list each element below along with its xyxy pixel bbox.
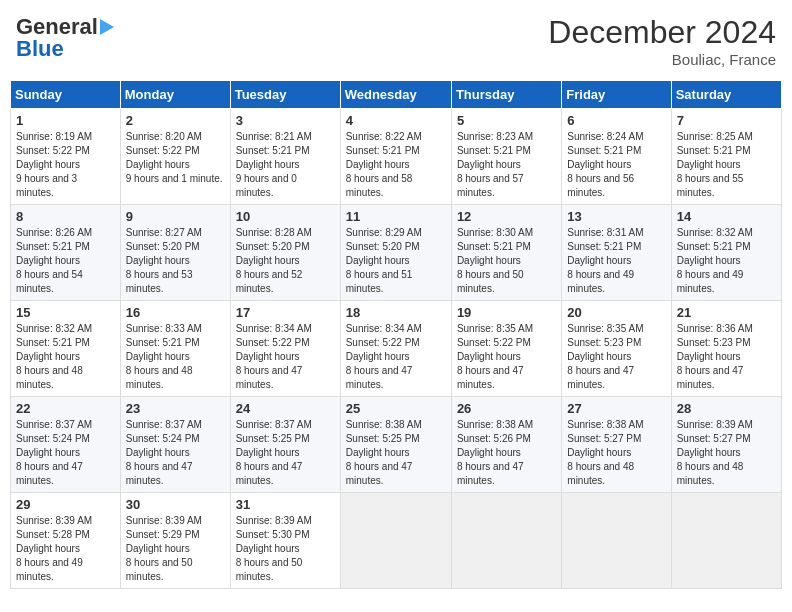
day-info: Sunrise: 8:34 AMSunset: 5:22 PMDaylight … xyxy=(346,322,446,392)
day-info: Sunrise: 8:38 AMSunset: 5:27 PMDaylight … xyxy=(567,418,665,488)
calendar-cell xyxy=(340,493,451,589)
calendar-cell: 14Sunrise: 8:32 AMSunset: 5:21 PMDayligh… xyxy=(671,205,781,301)
day-number: 5 xyxy=(457,113,556,128)
day-number: 22 xyxy=(16,401,115,416)
col-header-tuesday: Tuesday xyxy=(230,81,340,109)
day-number: 16 xyxy=(126,305,225,320)
day-number: 26 xyxy=(457,401,556,416)
day-info: Sunrise: 8:25 AMSunset: 5:21 PMDaylight … xyxy=(677,130,776,200)
calendar-week-row: 8Sunrise: 8:26 AMSunset: 5:21 PMDaylight… xyxy=(11,205,782,301)
col-header-sunday: Sunday xyxy=(11,81,121,109)
calendar-title: December 2024 xyxy=(548,14,776,51)
calendar-cell: 3Sunrise: 8:21 AMSunset: 5:21 PMDaylight… xyxy=(230,109,340,205)
calendar-cell: 8Sunrise: 8:26 AMSunset: 5:21 PMDaylight… xyxy=(11,205,121,301)
day-info: Sunrise: 8:23 AMSunset: 5:21 PMDaylight … xyxy=(457,130,556,200)
header: General Blue December 2024 Bouliac, Fran… xyxy=(10,10,782,72)
day-number: 28 xyxy=(677,401,776,416)
logo: General Blue xyxy=(16,14,114,62)
day-info: Sunrise: 8:34 AMSunset: 5:22 PMDaylight … xyxy=(236,322,335,392)
day-number: 7 xyxy=(677,113,776,128)
day-info: Sunrise: 8:19 AMSunset: 5:22 PMDaylight … xyxy=(16,130,115,200)
col-header-saturday: Saturday xyxy=(671,81,781,109)
day-info: Sunrise: 8:38 AMSunset: 5:25 PMDaylight … xyxy=(346,418,446,488)
calendar-cell: 15Sunrise: 8:32 AMSunset: 5:21 PMDayligh… xyxy=(11,301,121,397)
calendar-cell: 7Sunrise: 8:25 AMSunset: 5:21 PMDaylight… xyxy=(671,109,781,205)
calendar-cell: 23Sunrise: 8:37 AMSunset: 5:24 PMDayligh… xyxy=(120,397,230,493)
day-info: Sunrise: 8:36 AMSunset: 5:23 PMDaylight … xyxy=(677,322,776,392)
day-info: Sunrise: 8:26 AMSunset: 5:21 PMDaylight … xyxy=(16,226,115,296)
calendar-cell: 27Sunrise: 8:38 AMSunset: 5:27 PMDayligh… xyxy=(562,397,671,493)
day-number: 19 xyxy=(457,305,556,320)
logo-blue: Blue xyxy=(16,36,64,62)
day-number: 20 xyxy=(567,305,665,320)
day-number: 27 xyxy=(567,401,665,416)
calendar-cell: 19Sunrise: 8:35 AMSunset: 5:22 PMDayligh… xyxy=(451,301,561,397)
day-number: 14 xyxy=(677,209,776,224)
day-info: Sunrise: 8:38 AMSunset: 5:26 PMDaylight … xyxy=(457,418,556,488)
day-number: 13 xyxy=(567,209,665,224)
calendar-cell: 20Sunrise: 8:35 AMSunset: 5:23 PMDayligh… xyxy=(562,301,671,397)
calendar-cell: 4Sunrise: 8:22 AMSunset: 5:21 PMDaylight… xyxy=(340,109,451,205)
day-number: 18 xyxy=(346,305,446,320)
calendar-cell: 11Sunrise: 8:29 AMSunset: 5:20 PMDayligh… xyxy=(340,205,451,301)
calendar-header-row: SundayMondayTuesdayWednesdayThursdayFrid… xyxy=(11,81,782,109)
day-info: Sunrise: 8:21 AMSunset: 5:21 PMDaylight … xyxy=(236,130,335,200)
day-info: Sunrise: 8:39 AMSunset: 5:28 PMDaylight … xyxy=(16,514,115,584)
calendar-cell: 1Sunrise: 8:19 AMSunset: 5:22 PMDaylight… xyxy=(11,109,121,205)
day-number: 10 xyxy=(236,209,335,224)
day-number: 9 xyxy=(126,209,225,224)
day-number: 29 xyxy=(16,497,115,512)
calendar-cell: 28Sunrise: 8:39 AMSunset: 5:27 PMDayligh… xyxy=(671,397,781,493)
day-number: 23 xyxy=(126,401,225,416)
day-number: 12 xyxy=(457,209,556,224)
calendar-cell: 10Sunrise: 8:28 AMSunset: 5:20 PMDayligh… xyxy=(230,205,340,301)
day-number: 30 xyxy=(126,497,225,512)
day-number: 24 xyxy=(236,401,335,416)
day-number: 11 xyxy=(346,209,446,224)
day-info: Sunrise: 8:33 AMSunset: 5:21 PMDaylight … xyxy=(126,322,225,392)
calendar-week-row: 22Sunrise: 8:37 AMSunset: 5:24 PMDayligh… xyxy=(11,397,782,493)
day-info: Sunrise: 8:35 AMSunset: 5:22 PMDaylight … xyxy=(457,322,556,392)
day-number: 31 xyxy=(236,497,335,512)
calendar-cell: 18Sunrise: 8:34 AMSunset: 5:22 PMDayligh… xyxy=(340,301,451,397)
day-info: Sunrise: 8:39 AMSunset: 5:29 PMDaylight … xyxy=(126,514,225,584)
calendar-cell: 16Sunrise: 8:33 AMSunset: 5:21 PMDayligh… xyxy=(120,301,230,397)
day-number: 4 xyxy=(346,113,446,128)
day-number: 25 xyxy=(346,401,446,416)
calendar-cell: 31Sunrise: 8:39 AMSunset: 5:30 PMDayligh… xyxy=(230,493,340,589)
calendar-cell: 29Sunrise: 8:39 AMSunset: 5:28 PMDayligh… xyxy=(11,493,121,589)
logo-arrow-icon xyxy=(100,19,114,35)
day-info: Sunrise: 8:32 AMSunset: 5:21 PMDaylight … xyxy=(16,322,115,392)
calendar-cell: 22Sunrise: 8:37 AMSunset: 5:24 PMDayligh… xyxy=(11,397,121,493)
calendar-cell: 5Sunrise: 8:23 AMSunset: 5:21 PMDaylight… xyxy=(451,109,561,205)
calendar-cell: 13Sunrise: 8:31 AMSunset: 5:21 PMDayligh… xyxy=(562,205,671,301)
calendar-cell: 26Sunrise: 8:38 AMSunset: 5:26 PMDayligh… xyxy=(451,397,561,493)
day-info: Sunrise: 8:37 AMSunset: 5:24 PMDaylight … xyxy=(16,418,115,488)
calendar-table: SundayMondayTuesdayWednesdayThursdayFrid… xyxy=(10,80,782,589)
calendar-cell: 21Sunrise: 8:36 AMSunset: 5:23 PMDayligh… xyxy=(671,301,781,397)
day-info: Sunrise: 8:39 AMSunset: 5:30 PMDaylight … xyxy=(236,514,335,584)
calendar-cell: 6Sunrise: 8:24 AMSunset: 5:21 PMDaylight… xyxy=(562,109,671,205)
day-info: Sunrise: 8:20 AMSunset: 5:22 PMDaylight … xyxy=(126,130,225,186)
day-number: 21 xyxy=(677,305,776,320)
day-info: Sunrise: 8:31 AMSunset: 5:21 PMDaylight … xyxy=(567,226,665,296)
day-info: Sunrise: 8:22 AMSunset: 5:21 PMDaylight … xyxy=(346,130,446,200)
day-info: Sunrise: 8:37 AMSunset: 5:24 PMDaylight … xyxy=(126,418,225,488)
day-number: 15 xyxy=(16,305,115,320)
calendar-week-row: 15Sunrise: 8:32 AMSunset: 5:21 PMDayligh… xyxy=(11,301,782,397)
col-header-monday: Monday xyxy=(120,81,230,109)
calendar-cell xyxy=(562,493,671,589)
day-number: 3 xyxy=(236,113,335,128)
col-header-thursday: Thursday xyxy=(451,81,561,109)
col-header-friday: Friday xyxy=(562,81,671,109)
day-info: Sunrise: 8:32 AMSunset: 5:21 PMDaylight … xyxy=(677,226,776,296)
calendar-cell: 2Sunrise: 8:20 AMSunset: 5:22 PMDaylight… xyxy=(120,109,230,205)
day-info: Sunrise: 8:27 AMSunset: 5:20 PMDaylight … xyxy=(126,226,225,296)
day-info: Sunrise: 8:39 AMSunset: 5:27 PMDaylight … xyxy=(677,418,776,488)
title-area: December 2024 Bouliac, France xyxy=(548,14,776,68)
day-info: Sunrise: 8:29 AMSunset: 5:20 PMDaylight … xyxy=(346,226,446,296)
calendar-cell: 9Sunrise: 8:27 AMSunset: 5:20 PMDaylight… xyxy=(120,205,230,301)
col-header-wednesday: Wednesday xyxy=(340,81,451,109)
day-info: Sunrise: 8:37 AMSunset: 5:25 PMDaylight … xyxy=(236,418,335,488)
day-number: 1 xyxy=(16,113,115,128)
